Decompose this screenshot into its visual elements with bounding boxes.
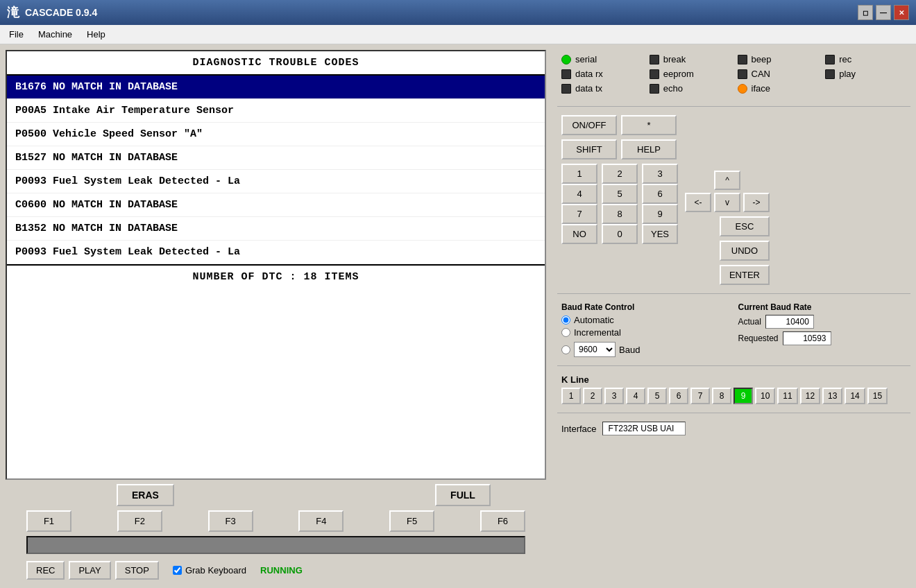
dtc-row-8[interactable]: P0093 Fuel System Leak Detected - La (7, 241, 545, 264)
left-panel: DIAGNOSTIC TROUBLE CODES B1676 NO MATCH … (0, 44, 552, 588)
grab-keyboard-label[interactable]: Grab Keyboard (173, 565, 246, 576)
separator3 (557, 365, 910, 366)
indicator-data-tx: data tx (561, 83, 643, 94)
menu-help[interactable]: Help (81, 28, 111, 41)
keypad-btn-5[interactable]: 5 (602, 184, 638, 204)
indicator-break: break (650, 54, 731, 64)
erase-button[interactable]: ERAS (117, 484, 174, 506)
kline-btn-6[interactable]: 6 (669, 388, 688, 404)
indicator-data-rx: data rx (561, 69, 643, 79)
rec-button[interactable]: REC (26, 561, 65, 580)
indicator-label-data-rx: data rx (575, 69, 603, 79)
close-button[interactable]: ✕ (894, 5, 909, 20)
fn-button-f2[interactable]: F2 (117, 510, 162, 532)
rec-play-stop-buttons: REC PLAY STOP (26, 561, 159, 580)
kline-btn-10[interactable]: 10 (755, 388, 775, 404)
right-arrow-button[interactable]: -> (743, 193, 770, 212)
dtc-row-1[interactable]: B1676 NO MATCH IN DATABASE (7, 76, 545, 99)
kline-btn-15[interactable]: 15 (867, 388, 888, 404)
keypad-btn-7[interactable]: 7 (561, 204, 597, 224)
fn-button-f3[interactable]: F3 (208, 510, 253, 532)
indicator-dot-echo (650, 84, 659, 94)
keypad-btn-0[interactable]: 0 (602, 224, 638, 244)
custom-baud-radio[interactable] (561, 345, 570, 354)
shift-button[interactable]: SHIFT (561, 139, 617, 159)
kline-btn-1[interactable]: 1 (561, 388, 581, 404)
kline-btn-4[interactable]: 4 (626, 388, 645, 404)
requested-baud-value: 10593 (783, 331, 831, 345)
dtc-row-6[interactable]: C0600 NO MATCH IN DATABASE (7, 193, 545, 217)
esc-button[interactable]: ESC (720, 216, 770, 236)
menu-machine[interactable]: Machine (33, 28, 78, 41)
fn-button-f6[interactable]: F6 (480, 510, 525, 532)
dtc-row-4[interactable]: B1527 NO MATCH IN DATABASE (7, 146, 545, 170)
baud-select[interactable]: 9600 19200 38400 (574, 342, 616, 357)
help-button[interactable]: HELP (621, 139, 677, 159)
stop-button[interactable]: STOP (115, 561, 159, 580)
baud-unit-label: Baud (619, 345, 640, 355)
dtc-header: DIAGNOSTIC TROUBLE CODES (7, 51, 545, 76)
undo-button[interactable]: UNDO (720, 241, 770, 261)
dtc-row-7[interactable]: B1352 NO MATCH IN DATABASE (7, 217, 545, 241)
kline-btn-5[interactable]: 5 (647, 388, 667, 404)
indicator-iface: iface (738, 83, 819, 94)
keypad-btn-9[interactable]: 9 (642, 204, 678, 224)
fn-button-f5[interactable]: F5 (389, 510, 434, 532)
keypad-btn-3[interactable]: 3 (642, 164, 678, 184)
title-bar-controls[interactable]: ◻ — ✕ (858, 5, 909, 20)
bottom-controls: ERAS FULL F1F2F3F4F5F6 REC PLAY STOP Gra… (6, 484, 546, 582)
indicator-echo: echo (650, 83, 731, 94)
keypad-btn-6[interactable]: 6 (642, 184, 678, 204)
indicator-dot-CAN (738, 69, 747, 79)
dtc-row-5[interactable]: P0093 Fuel System Leak Detected - La (7, 170, 545, 193)
right-panel: serialbreakbeeprecdata rxeepromCANplayda… (552, 44, 916, 588)
keypad-btn-8[interactable]: 8 (602, 204, 638, 224)
kline-btn-12[interactable]: 12 (800, 388, 820, 404)
onoff-button[interactable]: ON/OFF (561, 115, 617, 135)
requested-baud-label: Requested (738, 334, 779, 343)
grab-keyboard-checkbox[interactable] (173, 566, 182, 575)
kline-btn-13[interactable]: 13 (822, 388, 842, 404)
indicator-play: play (825, 69, 906, 79)
fn-row: F1F2F3F4F5F6 (6, 510, 546, 532)
minimize-button[interactable]: — (876, 5, 891, 20)
play-button[interactable]: PLAY (69, 561, 110, 580)
fn-button-f4[interactable]: F4 (298, 510, 344, 532)
keypad-btn-no[interactable]: NO (561, 224, 597, 244)
keypad-btn-1[interactable]: 1 (561, 164, 597, 184)
left-arrow-button[interactable]: <- (685, 193, 711, 212)
kline-btn-11[interactable]: 11 (777, 388, 797, 404)
fn-button-f1[interactable]: F1 (26, 510, 71, 532)
keypad-num-row-2: 789 (561, 204, 678, 224)
dtc-row-2[interactable]: P00A5 Intake Air Temperature Sensor (7, 99, 545, 123)
keypad-btn-yes[interactable]: YES (642, 224, 678, 244)
kline-btn-8[interactable]: 8 (712, 388, 731, 404)
kline-btn-7[interactable]: 7 (690, 388, 710, 404)
automatic-radio-label[interactable]: Automatic (561, 315, 730, 325)
incremental-label: Incremental (574, 327, 621, 338)
restore-button[interactable]: ◻ (858, 5, 873, 20)
grab-keyboard-text: Grab Keyboard (185, 565, 246, 576)
incremental-radio-label[interactable]: Incremental (561, 327, 730, 338)
kline-btn-2[interactable]: 2 (583, 388, 602, 404)
star-button[interactable]: * (621, 115, 677, 135)
menu-bar: File Machine Help (0, 25, 916, 44)
interface-value: FT232R USB UAI (602, 422, 686, 435)
enter-button[interactable]: ENTER (720, 265, 770, 285)
esc-undo-enter: ESC UNDO ENTER (720, 216, 770, 285)
dtc-row-3[interactable]: P0500 Vehicle Speed Sensor "A" (7, 123, 545, 146)
up-arrow-button[interactable]: ^ (714, 171, 740, 190)
actual-baud-value: 10400 (765, 315, 814, 329)
kline-btn-3[interactable]: 3 (604, 388, 624, 404)
full-button[interactable]: FULL (435, 484, 491, 506)
keypad-btn-4[interactable]: 4 (561, 184, 597, 204)
keypad-btn-2[interactable]: 2 (602, 164, 638, 184)
keypad-num-row-3: NO0YES (561, 224, 678, 244)
keypad-top-row: ON/OFF * (561, 115, 678, 135)
automatic-radio[interactable] (561, 315, 570, 325)
kline-btn-9[interactable]: 9 (733, 388, 753, 404)
menu-file[interactable]: File (3, 28, 29, 41)
kline-btn-14[interactable]: 14 (845, 388, 865, 404)
down-arrow-button[interactable]: v (714, 193, 740, 212)
incremental-radio[interactable] (561, 328, 570, 337)
